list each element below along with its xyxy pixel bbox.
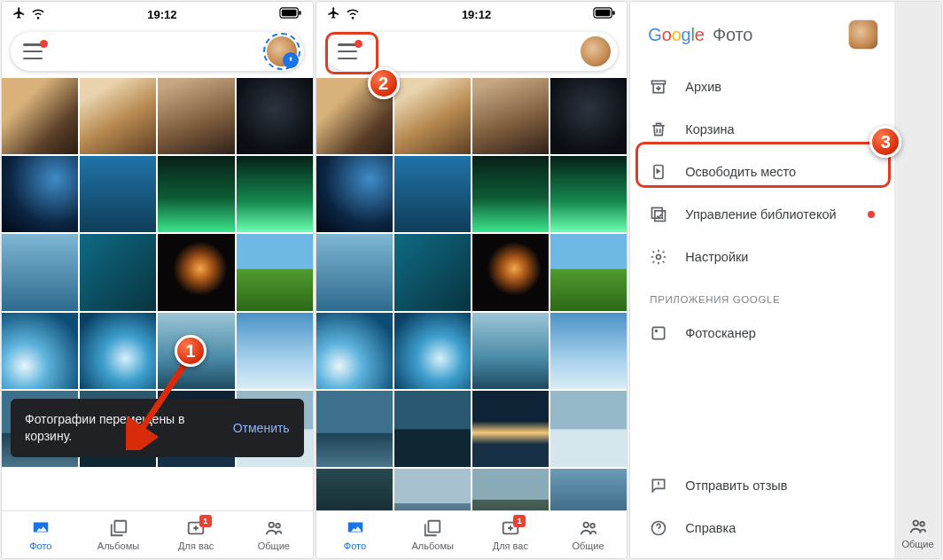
photo-thumbnail[interactable] — [550, 234, 627, 310]
photo-thumbnail[interactable] — [394, 469, 471, 510]
airplane-icon — [327, 6, 340, 22]
menu-label: Отправить отзыв — [685, 478, 787, 493]
photo-thumbnail[interactable] — [80, 234, 156, 310]
phone-screen-2: 19:12 2 — [316, 2, 627, 558]
photo-thumbnail[interactable] — [237, 234, 313, 310]
photo-thumbnail[interactable] — [80, 156, 156, 232]
drawer-scrim[interactable] — [894, 2, 941, 558]
navigation-drawer: Google Фото Архив Корзина Освободить мес… — [630, 2, 941, 558]
photo-thumbnail[interactable] — [316, 469, 393, 510]
menu-item-manage-library[interactable]: Управление библиотекой — [630, 193, 894, 236]
photo-thumbnail[interactable] — [394, 234, 471, 310]
photo-thumbnail[interactable] — [2, 78, 78, 154]
menu-item-photoscan[interactable]: Фотосканер — [630, 312, 894, 354]
nav-shared[interactable]: Общие — [235, 511, 313, 558]
photo-thumbnail[interactable] — [237, 313, 313, 389]
menu-label: Архив — [685, 80, 721, 94]
status-bar: 19:12 — [316, 2, 627, 27]
photo-thumbnail[interactable] — [316, 391, 393, 467]
photo-thumbnail[interactable] — [550, 78, 627, 154]
nav-foryou[interactable]: 1 Для вас — [157, 511, 235, 558]
highlight-ring — [325, 32, 378, 74]
photo-thumbnail[interactable] — [550, 469, 627, 510]
account-avatar[interactable] — [848, 19, 878, 50]
account-avatar[interactable] — [267, 36, 297, 66]
photo-thumbnail[interactable] — [2, 156, 78, 232]
photo-thumbnail[interactable] — [394, 313, 471, 389]
toast-undo-button[interactable]: Отменить — [233, 421, 290, 435]
photo-thumbnail[interactable] — [316, 313, 393, 389]
photo-grid — [316, 78, 627, 510]
photo-thumbnail[interactable] — [472, 78, 549, 154]
menu-icon[interactable] — [23, 43, 43, 59]
wifi-icon — [31, 6, 45, 23]
bottom-nav: Фото Альбомы 1 Для вас Общие — [2, 510, 313, 558]
svg-rect-16 — [652, 81, 666, 83]
photo-thumbnail[interactable] — [394, 78, 471, 154]
svg-rect-3 — [114, 521, 126, 533]
photo-thumbnail[interactable] — [472, 313, 549, 389]
phone-screen-1: 19:12 — [2, 2, 313, 558]
svg-point-13 — [590, 524, 595, 528]
svg-rect-8 — [596, 10, 611, 16]
wifi-icon — [346, 6, 360, 23]
photo-thumbnail[interactable] — [394, 391, 471, 467]
photo-thumbnail[interactable] — [237, 78, 313, 154]
photo-thumbnail[interactable] — [550, 391, 627, 467]
photo-thumbnail[interactable] — [80, 78, 156, 154]
photo-thumbnail[interactable] — [550, 313, 627, 389]
battery-icon — [593, 7, 616, 21]
photo-grid: Фотографии перемещены в корзину. Отменит… — [2, 78, 313, 510]
svg-point-6 — [276, 524, 280, 528]
photo-thumbnail[interactable] — [316, 234, 393, 310]
nav-albums[interactable]: Альбомы — [80, 511, 158, 558]
nav-foryou-label: Для вас — [493, 541, 528, 551]
nav-photos[interactable]: Фото — [2, 511, 80, 558]
svg-rect-21 — [653, 327, 665, 338]
photo-thumbnail[interactable] — [158, 78, 234, 154]
nav-photos-label: Фото — [344, 541, 366, 551]
upload-icon — [283, 52, 299, 68]
step-badge-2: 2 — [368, 67, 400, 99]
notification-dot-icon — [40, 40, 48, 48]
nav-foryou[interactable]: 1 Для вас — [472, 511, 549, 558]
menu-item-archive[interactable]: Архив — [630, 66, 894, 108]
account-avatar[interactable] — [581, 36, 611, 66]
status-bar: 19:12 — [2, 2, 313, 27]
photo-thumbnail[interactable] — [2, 313, 78, 389]
search-bar[interactable] — [11, 32, 304, 71]
photo-thumbnail[interactable] — [472, 156, 549, 232]
nav-albums[interactable]: Альбомы — [394, 511, 472, 558]
svg-point-12 — [583, 523, 588, 528]
menu-item-feedback[interactable]: Отправить отзыв — [630, 464, 894, 507]
nav-photos[interactable]: Фото — [316, 511, 394, 558]
photo-thumbnail[interactable] — [472, 469, 549, 510]
menu-label: Корзина — [685, 122, 734, 136]
arrow-icon — [126, 353, 206, 450]
airplane-icon — [12, 6, 26, 22]
photo-thumbnail[interactable] — [472, 391, 549, 467]
photo-thumbnail[interactable] — [472, 234, 549, 310]
menu-item-help[interactable]: Справка — [630, 507, 894, 549]
photo-thumbnail[interactable] — [316, 156, 393, 232]
nav-shared-label: Общие — [572, 541, 604, 551]
nav-albums-label: Альбомы — [411, 541, 453, 551]
nav-shared-label: Общие — [258, 541, 290, 551]
photo-thumbnail[interactable] — [158, 234, 234, 310]
photo-thumbnail[interactable] — [237, 156, 313, 232]
phone-screen-3: Общие Google Фото Архив Корзина Освобо — [630, 2, 941, 558]
nav-shared[interactable]: Общие — [549, 511, 627, 558]
bottom-nav: Фото Альбомы 1 Для вас Общие — [316, 510, 627, 558]
menu-item-settings[interactable]: Настройки — [630, 236, 894, 278]
nav-photos-label: Фото — [29, 541, 51, 551]
photo-thumbnail[interactable] — [2, 234, 78, 310]
photo-thumbnail[interactable] — [550, 156, 627, 232]
notification-dot-icon — [868, 211, 875, 218]
status-time: 19:12 — [45, 8, 279, 21]
menu-label: Справка — [685, 521, 736, 535]
svg-point-5 — [269, 523, 274, 528]
nav-albums-label: Альбомы — [97, 541, 139, 551]
highlight-ring — [635, 142, 891, 188]
photo-thumbnail[interactable] — [158, 156, 234, 232]
photo-thumbnail[interactable] — [394, 156, 471, 232]
